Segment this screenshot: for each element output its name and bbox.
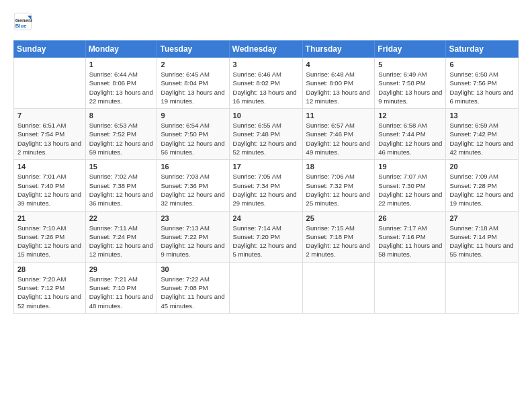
daylight-text: Daylight: 12 hours and 39 minutes.: [17, 190, 82, 208]
sunrise-text: Sunrise: 7:17 AM: [378, 224, 442, 232]
calendar-cell: 3Sunrise: 6:46 AMSunset: 8:02 PMDaylight…: [229, 58, 302, 109]
sunrise-text: Sunrise: 6:49 AM: [378, 70, 442, 79]
daylight-text: Daylight: 12 hours and 56 minutes.: [161, 139, 225, 157]
day-number: 23: [161, 214, 225, 222]
day-number: 14: [17, 163, 82, 171]
sunset-text: Sunset: 7:32 PM: [306, 181, 371, 190]
day-number: 2: [161, 60, 225, 68]
day-info: Sunrise: 6:57 AMSunset: 7:46 PMDaylight:…: [306, 121, 371, 156]
daylight-text: Daylight: 11 hours and 58 minutes.: [378, 241, 442, 259]
sunrise-text: Sunrise: 6:50 AM: [449, 70, 515, 79]
day-number: 22: [89, 214, 154, 222]
day-info: Sunrise: 6:44 AMSunset: 8:06 PMDaylight:…: [89, 70, 154, 105]
daylight-text: Daylight: 12 hours and 59 minutes.: [89, 139, 154, 157]
day-info: Sunrise: 6:58 AMSunset: 7:44 PMDaylight:…: [378, 121, 442, 156]
day-info: Sunrise: 7:20 AMSunset: 7:12 PMDaylight:…: [17, 275, 82, 310]
daylight-text: Daylight: 13 hours and 6 minutes.: [449, 88, 515, 106]
calendar-cell: 23Sunrise: 7:13 AMSunset: 7:22 PMDayligh…: [157, 211, 229, 262]
calendar-cell: 20Sunrise: 7:09 AMSunset: 7:28 PMDayligh…: [446, 160, 519, 211]
day-info: Sunrise: 7:18 AMSunset: 7:14 PMDaylight:…: [449, 224, 515, 259]
logo-icon: General Blue: [13, 12, 32, 31]
calendar-cell: 8Sunrise: 6:53 AMSunset: 7:52 PMDaylight…: [85, 109, 157, 160]
daylight-text: Daylight: 12 hours and 32 minutes.: [161, 190, 225, 208]
day-number: 21: [17, 214, 82, 222]
sunset-text: Sunset: 8:06 PM: [89, 79, 154, 87]
day-info: Sunrise: 6:50 AMSunset: 7:56 PMDaylight:…: [449, 70, 515, 105]
daylight-text: Daylight: 12 hours and 19 minutes.: [449, 190, 515, 208]
sunset-text: Sunset: 7:38 PM: [89, 181, 154, 190]
day-number: 27: [449, 214, 515, 222]
sunset-text: Sunset: 8:04 PM: [161, 79, 225, 87]
sunrise-text: Sunrise: 7:18 AM: [449, 224, 515, 232]
daylight-text: Daylight: 13 hours and 12 minutes.: [306, 88, 371, 106]
weekday-header-friday: Friday: [375, 41, 446, 58]
day-info: Sunrise: 7:02 AMSunset: 7:38 PMDaylight:…: [89, 172, 154, 208]
day-info: Sunrise: 7:06 AMSunset: 7:32 PMDaylight:…: [306, 172, 371, 208]
logo: General Blue: [13, 12, 35, 31]
sunset-text: Sunset: 7:36 PM: [161, 181, 225, 190]
sunset-text: Sunset: 7:12 PM: [17, 283, 82, 292]
calendar-cell: [446, 262, 519, 313]
day-info: Sunrise: 6:45 AMSunset: 8:04 PMDaylight:…: [161, 70, 225, 105]
calendar-cell: 30Sunrise: 7:22 AMSunset: 7:08 PMDayligh…: [157, 262, 229, 313]
day-number: 1: [89, 60, 154, 68]
day-info: Sunrise: 7:15 AMSunset: 7:18 PMDaylight:…: [306, 224, 371, 259]
daylight-text: Daylight: 12 hours and 49 minutes.: [306, 139, 371, 157]
calendar-cell: 15Sunrise: 7:02 AMSunset: 7:38 PMDayligh…: [85, 160, 157, 211]
sunset-text: Sunset: 7:42 PM: [449, 130, 515, 138]
calendar-cell: 2Sunrise: 6:45 AMSunset: 8:04 PMDaylight…: [157, 58, 229, 109]
day-number: 9: [161, 111, 225, 120]
day-info: Sunrise: 6:48 AMSunset: 8:00 PMDaylight:…: [306, 70, 371, 105]
sunset-text: Sunset: 7:24 PM: [89, 232, 154, 241]
sunset-text: Sunset: 7:10 PM: [89, 283, 154, 292]
sunrise-text: Sunrise: 7:02 AM: [89, 172, 154, 181]
day-info: Sunrise: 6:51 AMSunset: 7:54 PMDaylight:…: [17, 121, 82, 156]
sunrise-text: Sunrise: 7:09 AM: [449, 172, 515, 181]
day-info: Sunrise: 7:03 AMSunset: 7:36 PMDaylight:…: [161, 172, 225, 208]
daylight-text: Daylight: 13 hours and 9 minutes.: [378, 88, 442, 106]
day-info: Sunrise: 7:21 AMSunset: 7:10 PMDaylight:…: [89, 275, 154, 310]
sunset-text: Sunset: 7:52 PM: [89, 130, 154, 138]
sunset-text: Sunset: 7:50 PM: [161, 130, 225, 138]
daylight-text: Daylight: 13 hours and 19 minutes.: [161, 88, 225, 106]
calendar-cell: 9Sunrise: 6:54 AMSunset: 7:50 PMDaylight…: [157, 109, 229, 160]
calendar-cell: 7Sunrise: 6:51 AMSunset: 7:54 PMDaylight…: [14, 109, 86, 160]
sunset-text: Sunset: 7:48 PM: [233, 130, 299, 138]
daylight-text: Daylight: 12 hours and 22 minutes.: [378, 190, 442, 208]
sunrise-text: Sunrise: 7:06 AM: [306, 172, 371, 181]
weekday-header-sunday: Sunday: [14, 41, 86, 58]
day-number: 5: [378, 60, 442, 68]
day-info: Sunrise: 7:17 AMSunset: 7:16 PMDaylight:…: [378, 224, 442, 259]
daylight-text: Daylight: 12 hours and 52 minutes.: [233, 139, 299, 157]
weekday-header-tuesday: Tuesday: [157, 41, 229, 58]
sunrise-text: Sunrise: 7:05 AM: [233, 172, 299, 181]
sunset-text: Sunset: 7:28 PM: [449, 181, 515, 190]
sunrise-text: Sunrise: 6:58 AM: [378, 121, 442, 130]
day-number: 16: [161, 163, 225, 171]
sunrise-text: Sunrise: 7:13 AM: [161, 224, 225, 232]
sunset-text: Sunset: 7:08 PM: [161, 283, 225, 292]
sunrise-text: Sunrise: 7:11 AM: [89, 224, 154, 232]
weekday-header-wednesday: Wednesday: [229, 41, 302, 58]
sunset-text: Sunset: 7:18 PM: [306, 232, 371, 241]
calendar-cell: 5Sunrise: 6:49 AMSunset: 7:58 PMDaylight…: [375, 58, 446, 109]
sunrise-text: Sunrise: 6:51 AM: [17, 121, 82, 130]
sunset-text: Sunset: 7:30 PM: [378, 181, 442, 190]
sunrise-text: Sunrise: 6:57 AM: [306, 121, 371, 130]
daylight-text: Daylight: 12 hours and 2 minutes.: [306, 241, 371, 259]
daylight-text: Daylight: 12 hours and 29 minutes.: [233, 190, 299, 208]
day-info: Sunrise: 7:11 AMSunset: 7:24 PMDaylight:…: [89, 224, 154, 259]
day-info: Sunrise: 6:59 AMSunset: 7:42 PMDaylight:…: [449, 121, 515, 156]
week-row-0: 1Sunrise: 6:44 AMSunset: 8:06 PMDaylight…: [14, 58, 519, 109]
sunset-text: Sunset: 7:16 PM: [378, 232, 442, 241]
week-row-4: 28Sunrise: 7:20 AMSunset: 7:12 PMDayligh…: [14, 262, 519, 313]
day-number: 11: [306, 111, 371, 120]
calendar-cell: 4Sunrise: 6:48 AMSunset: 8:00 PMDaylight…: [302, 58, 375, 109]
day-number: 8: [89, 111, 154, 120]
sunrise-text: Sunrise: 7:21 AM: [89, 275, 154, 283]
sunset-text: Sunset: 8:00 PM: [306, 79, 371, 87]
week-row-3: 21Sunrise: 7:10 AMSunset: 7:26 PMDayligh…: [14, 211, 519, 262]
calendar-cell: 25Sunrise: 7:15 AMSunset: 7:18 PMDayligh…: [302, 211, 375, 262]
calendar-cell: 6Sunrise: 6:50 AMSunset: 7:56 PMDaylight…: [446, 58, 519, 109]
daylight-text: Daylight: 11 hours and 52 minutes.: [17, 292, 82, 310]
